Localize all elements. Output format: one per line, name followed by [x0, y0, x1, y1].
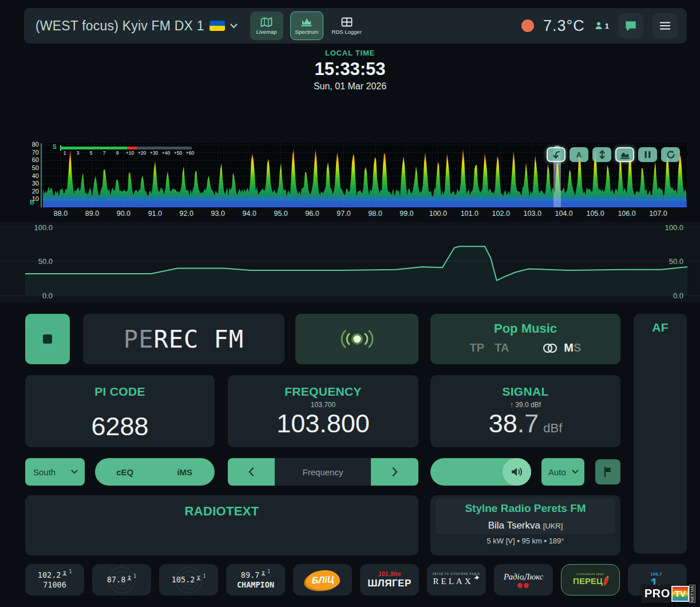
music-flag: M — [564, 341, 574, 354]
signal-graph-tick: 100.0 — [29, 223, 53, 232]
s-meter: S 13579+10+20+30+40+50+60 — [43, 143, 215, 158]
speech-flag: S — [574, 341, 581, 354]
frequency-label: FREQUENCY — [228, 385, 418, 399]
temperature-value: 7.3°C — [543, 17, 585, 35]
s-meter-tick: 9 — [116, 150, 119, 156]
antenna-select-value: South — [33, 467, 56, 477]
ceq-toggle[interactable]: cEQ — [95, 467, 155, 477]
s-meter-tick: +20 — [138, 150, 146, 156]
antenna-icon — [196, 575, 201, 581]
antenna-icon — [62, 570, 68, 577]
s-meter-bar — [60, 147, 192, 149]
spectrum-x-tick: 106.0 — [618, 210, 635, 218]
server-title-dropdown[interactable]: (WEST focus) Kyiv FM DX 1 — [35, 18, 238, 34]
spectrum-x-tick: 105.0 — [586, 210, 604, 218]
signal-graph-tick: 0.0 — [29, 291, 53, 300]
spectrum-y-tick: 80 — [24, 141, 39, 148]
s-meter-tick: +40 — [162, 150, 170, 156]
spectrum-analyzer: 8070605040302010B — [0, 143, 700, 221]
tune-down-button[interactable] — [228, 458, 275, 486]
menu-button[interactable] — [652, 13, 678, 38]
s-meter-tick: 7 — [103, 150, 106, 156]
listener-count: 1 — [605, 22, 609, 30]
s-meter-red-segment — [127, 147, 137, 149]
preset-pi: 71006 — [43, 580, 66, 590]
spectrum-x-tick: 90.0 — [117, 210, 130, 218]
spectrum-x-tick: 103.0 — [524, 210, 541, 218]
clock-label: LOCAL TIME — [0, 49, 700, 57]
spectrum-x-tick: 89.0 — [85, 210, 99, 218]
spectrum-x-tick: 107.0 — [649, 210, 667, 218]
spectrum-y-tick: 60 — [24, 156, 39, 163]
antenna-select[interactable]: South — [25, 458, 85, 486]
refresh-button[interactable] — [661, 147, 680, 162]
chat-button[interactable] — [618, 13, 643, 38]
chevron-down-icon — [572, 470, 579, 474]
signal-graph-tick: 100.0 — [659, 223, 683, 232]
stop-icon — [43, 334, 52, 344]
spectrum-x-tick: 88.0 — [54, 210, 68, 218]
auto-mode-button[interactable]: A — [570, 147, 588, 162]
pty-panel: Pop Music TP TA M S — [430, 314, 620, 364]
spectrum-chart-icon — [300, 17, 313, 27]
preset-button-4[interactable]: 89.71 CHAMPION — [226, 564, 285, 596]
chevron-down-icon — [230, 23, 238, 29]
spectrum-x-tick: 91.0 — [148, 210, 162, 218]
signal-graph-tick: 50.0 — [29, 257, 53, 266]
signal-value: 38.7dBf — [430, 411, 620, 436]
frequency-value: 103.800 — [228, 411, 418, 436]
ps-display: PEREC FM — [83, 314, 284, 364]
volume-slider[interactable] — [430, 458, 531, 486]
station-details: 5 kW [V] ▪ 95 km ▪ 189° — [430, 537, 620, 545]
station-country: [UKR] — [543, 522, 563, 530]
preset-button-2[interactable]: 87.81 — [92, 564, 151, 596]
preset-button-8[interactable]: РадіоЛюкс — [494, 564, 553, 596]
spectrum-button[interactable]: Spectrum — [290, 11, 323, 40]
station-name[interactable]: Stylne Radio Perets FM — [430, 502, 620, 515]
chevron-down-icon — [71, 470, 78, 474]
spectrum-label: Spectrum — [295, 29, 318, 35]
af-list-panel: AF — [634, 314, 687, 554]
spectrum-y-tick: 70 — [24, 149, 39, 156]
preset-button-3[interactable]: 105.21 — [159, 564, 218, 596]
report-flag-button[interactable] — [595, 459, 620, 484]
autoscale-button[interactable] — [592, 147, 611, 162]
preset-button-5[interactable]: БЛіЦ — [293, 564, 352, 596]
rds-flags-row: TP TA M S — [430, 341, 620, 354]
stereo-rings-icon — [542, 343, 558, 353]
shlyager-logo: ШЛЯГЕР — [367, 577, 412, 589]
spectrum-x-tick: 92.0 — [180, 210, 193, 218]
volume-knob[interactable] — [503, 458, 531, 486]
s-meter-tick: +10 — [126, 150, 134, 156]
ims-toggle[interactable]: iMS — [155, 467, 215, 477]
livemap-button[interactable]: Livemap — [250, 11, 283, 40]
protv-watermark: PRO TV NET.UA — [642, 585, 695, 603]
graph-style-button[interactable] — [615, 147, 634, 162]
spectrum-x-tick: 93.0 — [211, 210, 225, 218]
top-bar-right: 7.3°C 1 — [521, 13, 678, 38]
frequency-input[interactable] — [275, 458, 371, 486]
pepper-icon — [603, 577, 609, 586]
antenna-icon — [126, 575, 132, 581]
s-meter-tick: +50 — [174, 150, 182, 156]
temperature-dot-icon — [521, 19, 534, 32]
play-stop-button[interactable] — [25, 314, 70, 364]
pi-code-label: PI CODE — [25, 385, 215, 399]
ps-main-segment: REC FM — [153, 325, 244, 353]
letter-a-label: A — [576, 151, 582, 159]
spectrum-x-tick: 101.0 — [461, 210, 478, 218]
preset-button-1[interactable]: 102.21 71006 — [25, 564, 84, 596]
tune-up-button[interactable] — [371, 458, 418, 486]
antenna-icon — [260, 570, 266, 577]
preset-button-7[interactable]: легке та спокійне радіо RELAX — [427, 564, 486, 596]
mode-select[interactable]: Auto — [541, 458, 584, 486]
pi-code-panel: PI CODE 6288 — [25, 375, 215, 447]
s-meter-tick: 3 — [77, 150, 80, 156]
preset-button-9[interactable]: стильненьке радіо ПЕРЕЦ — [561, 564, 620, 596]
preset-button-6[interactable]: 101.9fm ШЛЯГЕР — [360, 564, 419, 596]
rds-logger-button[interactable]: RDS Logger — [330, 11, 363, 40]
scan-down-button[interactable] — [547, 147, 565, 162]
spectrum-y-tick: 40 — [24, 172, 39, 179]
frequency-input-wrap — [275, 458, 371, 486]
pause-button[interactable] — [638, 147, 657, 162]
